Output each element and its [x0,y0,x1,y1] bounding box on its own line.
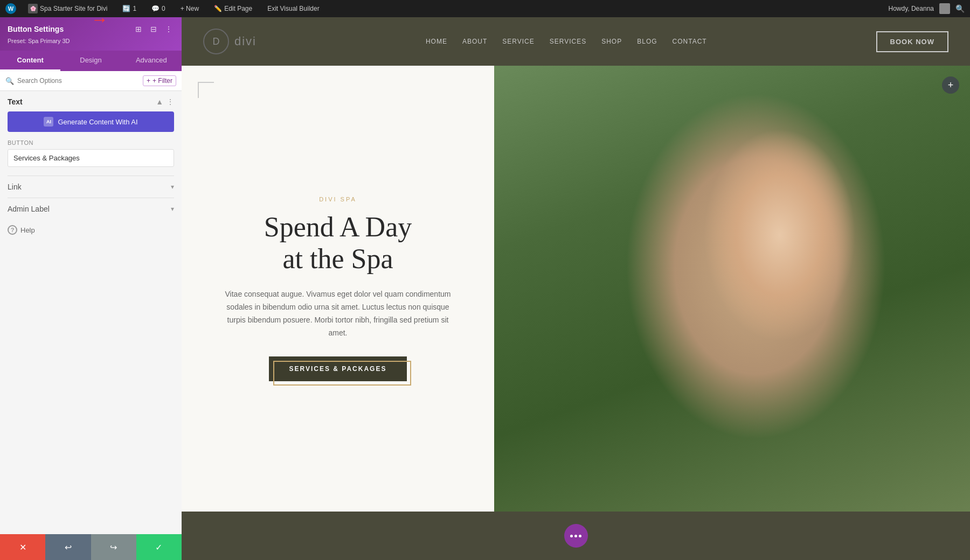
hero-body-text: Vitae consequat augue. Vivamus eget dolo… [225,288,451,339]
menu-dots-icon [570,535,581,537]
panel-header: Button Settings ⊞ ⊟ ⋮ Preset: Spa Primar… [0,17,182,51]
save-button[interactable]: ✓ [136,534,182,560]
hero-image: + [494,66,970,512]
comments-count[interactable]: 🔄 1 [119,3,140,15]
wp-logo-icon[interactable]: W [5,3,16,14]
main-layout: Button Settings ⊞ ⊟ ⋮ Preset: Spa Primar… [0,17,970,560]
corner-decoration [198,82,214,98]
cta-highlight-border [273,361,412,386]
site-name-link[interactable]: 🌸 Spa Starter Site for Divi [25,2,110,16]
hero-section: DIVI SPA Spend A Day at the Spa Vitae co… [182,66,970,512]
wp-admin-bar: W 🌸 Spa Starter Site for Divi 🔄 1 💬 0 + … [0,0,970,17]
undo-button[interactable]: ↩ [45,534,91,560]
button-field: Button [8,139,174,176]
left-panel: Button Settings ⊞ ⊟ ⋮ Preset: Spa Primar… [0,17,182,560]
filter-button[interactable]: + + Filter [143,75,176,86]
add-module-button[interactable]: + [942,76,959,94]
tab-design[interactable]: Design [60,51,121,71]
admin-bar-right: Howdy, Deanna 🔍 [889,3,965,14]
section-controls: ▲ ⋮ [156,97,174,106]
admin-label-header[interactable]: Admin Label ▾ [8,205,174,213]
panel-footer: ✕ ↩ ↪ ✓ [0,534,182,560]
search-icon: 🔍 [5,77,14,85]
panel-tabs: Content Design Advanced [0,51,182,71]
help-icon: ? [8,225,17,235]
site-icon: 🌸 [28,4,38,13]
hero-eyebrow: DIVI SPA [319,196,357,202]
filter-plus-icon: + [147,77,150,85]
tab-advanced[interactable]: Advanced [121,51,182,71]
search-input[interactable] [17,77,140,85]
link-section-header[interactable]: Link ▾ [8,183,174,191]
ai-generate-button[interactable]: AI Generate Content With AI [8,111,174,132]
section-more-icon[interactable]: ⋮ [167,97,174,106]
nav-services[interactable]: SERVICES [550,38,586,45]
nav-blog[interactable]: BLOG [637,38,657,45]
site-nav: D divi HOME ABOUT SERVICE SERVICES SHOP … [182,17,970,66]
nav-service[interactable]: SERVICE [502,38,534,45]
panel-title: Button Settings [8,25,64,33]
button-field-label: Button [8,139,174,146]
admin-label-title: Admin Label [8,205,50,213]
nav-about[interactable]: ABOUT [462,38,487,45]
annotation-arrow: ← [91,17,108,30]
panel-icon-layout[interactable]: ⊟ [148,24,159,34]
link-section-title: Link [8,183,22,191]
preset-label[interactable]: Preset: Spa Primary 3D [8,38,70,44]
tab-content[interactable]: Content [0,51,60,71]
button-text-input[interactable] [8,149,174,167]
hero-left: DIVI SPA Spend A Day at the Spa Vitae co… [182,66,494,512]
text-section-title: Text [8,97,23,106]
bottom-menu-button[interactable] [564,524,588,548]
nav-links: HOME ABOUT SERVICE SERVICES SHOP BLOG CO… [426,38,707,45]
admin-label-chevron-icon: ▾ [171,205,174,213]
panel-content: Text ▲ ⋮ AI Generate Content With AI But… [0,91,182,534]
text-section-header: Text ▲ ⋮ [8,97,174,106]
link-chevron-icon: ▾ [171,183,174,191]
nav-home[interactable]: HOME [426,38,447,45]
redo-button[interactable]: ↪ [91,534,136,560]
dot-1 [570,535,573,537]
preset-row: Preset: Spa Primary 3D ← [8,38,174,44]
logo-text: divi [234,34,257,48]
panel-search: 🔍 + + Filter [0,71,182,91]
comments-link[interactable]: 💬 0 [148,3,169,15]
hero-background-image [494,66,970,512]
site-logo: D divi [203,29,257,54]
exit-builder-button[interactable]: Exit Visual Builder [264,3,323,15]
nav-shop[interactable]: SHOP [601,38,622,45]
nav-contact[interactable]: CONTACT [673,38,707,45]
edit-page-button[interactable]: ✏️ Edit Page [211,3,255,15]
right-content: D divi HOME ABOUT SERVICE SERVICES SHOP … [182,17,970,560]
collapse-icon[interactable]: ▲ [156,97,163,106]
dot-3 [579,535,581,537]
admin-search-icon[interactable]: 🔍 [955,4,965,13]
admin-label-section: Admin Label ▾ [8,198,174,220]
new-button[interactable]: + New [177,3,202,15]
hero-cta-container: SERVICES & PACKAGES [269,356,407,381]
book-now-button[interactable]: BOOK NOW [876,31,948,52]
logo-circle: D [203,29,229,54]
user-avatar [939,3,950,14]
ai-icon: AI [44,117,53,127]
panel-icon-more[interactable]: ⋮ [163,24,174,34]
cancel-button[interactable]: ✕ [0,534,45,560]
help-row[interactable]: ? Help [8,220,174,240]
bottom-strip [182,512,970,560]
link-section: Link ▾ [8,176,174,198]
dot-2 [574,535,577,537]
panel-icon-device[interactable]: ⊞ [133,24,144,34]
panel-header-icons: ⊞ ⊟ ⋮ [133,24,174,34]
hero-title: Spend A Day at the Spa [264,211,412,276]
